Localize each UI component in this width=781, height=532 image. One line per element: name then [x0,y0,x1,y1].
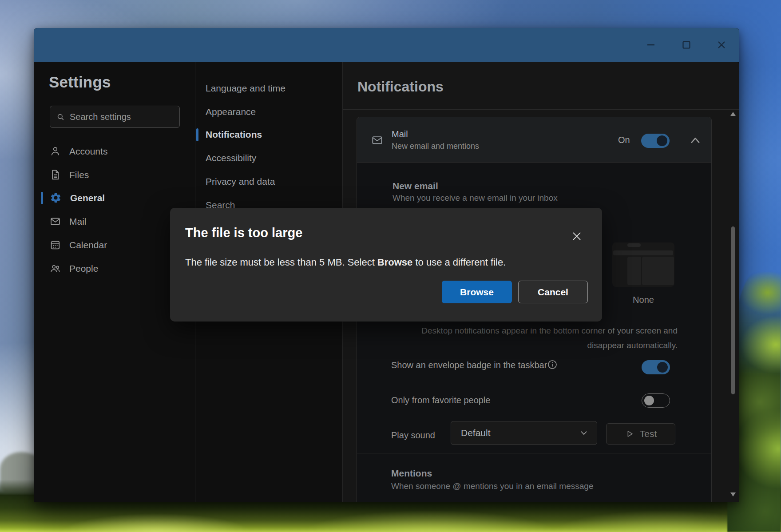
badge-toggle[interactable] [642,360,670,374]
sidebar-item-label: People [69,263,98,274]
desktop: Settings Search settings Accounts Files … [0,0,781,532]
search-placeholder: Search settings [70,112,131,122]
section-title: Notifications [357,79,444,95]
nav-item-appearance[interactable]: Appearance [206,107,256,117]
favorites-toggle[interactable] [642,393,670,408]
play-icon [625,429,634,439]
favorites-toggle-label: Only from favorite people [391,395,490,405]
info-icon[interactable] [547,359,558,370]
dialog-message: The file size must be less than 5 MB. Se… [185,257,589,268]
settings-window: Settings Search settings Accounts Files … [34,28,739,502]
sidebar-item-label: Mail [69,216,87,227]
sidebar-item-label: Files [69,170,89,180]
sound-dropdown-value: Default [461,428,579,438]
sidebar-item-label: General [70,193,105,203]
mail-card-subtitle: New email and mentions [392,142,479,151]
preview-bar [613,250,673,255]
page-title: Settings [49,73,111,91]
cancel-button[interactable]: Cancel [518,281,588,303]
minimize-icon [646,40,656,50]
sidebar-item-general[interactable]: General [41,186,188,210]
sidebar-item-people[interactable]: People [41,257,188,280]
chevron-down-icon [579,428,589,438]
test-sound-button[interactable]: Test [606,423,675,445]
sidebar-item-label: Calendar [69,240,107,250]
nav-item-language-and-time[interactable]: Language and time [206,83,285,94]
header-divider [343,109,739,110]
new-email-subtitle: When you receive a new email in your inb… [392,193,558,203]
nav-item-notifications[interactable]: Notifications [206,129,262,140]
badge-toggle-label: Show an envelope badge in the taskbar [391,360,547,370]
test-button-label: Test [640,429,657,439]
nav-item-privacy-and-data[interactable]: Privacy and data [206,176,275,187]
scroll-down-arrow[interactable] [730,492,736,496]
browse-button[interactable]: Browse [442,281,512,303]
toggle-knob [657,362,668,373]
sidebar-item-calendar[interactable]: Calendar [41,233,188,257]
close-window-button[interactable] [711,37,732,53]
toggle-knob [644,396,654,405]
notification-style-none-label: None [612,295,674,305]
play-sound-label: Play sound [391,430,435,441]
scrollbar-thumb[interactable] [731,226,735,394]
title-bar[interactable] [34,28,739,62]
file-icon [50,169,61,180]
maximize-icon [682,40,691,50]
description-line-2: disappear automatically. [401,338,678,353]
nav-item-accessibility[interactable]: Accessibility [206,153,256,163]
scroll-up-arrow[interactable] [730,112,736,116]
toggle-state-label: On [618,135,630,145]
sidebar-item-mail[interactable]: Mail [41,210,188,233]
nav-active-indicator [196,128,198,141]
description-line-1: Desktop notifications appear in the bott… [401,323,678,338]
calendar-icon [50,239,61,250]
sidebar-item-accounts[interactable]: Accounts [41,139,188,163]
preview-pill [627,243,641,247]
minimize-button[interactable] [641,37,661,53]
dialog-close-button[interactable] [569,228,585,244]
dialog-message-bold: Browse [377,257,412,268]
close-icon [717,40,726,50]
dialog-message-prefix: The file size must be less than 5 MB. Se… [185,257,377,268]
dialog-title: The file is too large [185,226,302,240]
toggle-knob [657,135,667,146]
person-icon [50,146,61,157]
desktop-notifications-description: Desktop notifications appear in the bott… [401,323,678,353]
mentions-title: Mentions [391,468,432,479]
preview-panel-right [642,257,674,285]
mail-icon [371,134,383,146]
close-icon [571,230,583,242]
file-too-large-dialog: The file is too large The file size must… [170,208,602,322]
gear-icon [50,192,62,204]
section-divider [357,453,712,453]
new-email-title: New email [392,181,438,191]
mail-icon [50,216,61,227]
maximize-button[interactable] [676,37,697,53]
mail-notifications-toggle[interactable] [641,134,670,148]
people-icon [50,263,61,274]
search-icon [56,113,65,121]
chevron-up-icon[interactable] [689,135,702,146]
sound-dropdown[interactable]: Default [451,421,597,445]
preview-panel-left [627,257,641,285]
dialog-message-suffix: to use a different file. [412,257,506,268]
mentions-subtitle: When someone @ mentions you in an email … [391,481,593,491]
sidebar-item-label: Accounts [69,146,107,157]
mail-card-header[interactable]: Mail New email and mentions On [357,117,712,163]
notification-style-none-preview[interactable] [612,242,674,287]
sidebar-item-files[interactable]: Files [41,163,188,187]
search-input[interactable]: Search settings [50,106,180,128]
mail-card-title: Mail [392,129,408,139]
